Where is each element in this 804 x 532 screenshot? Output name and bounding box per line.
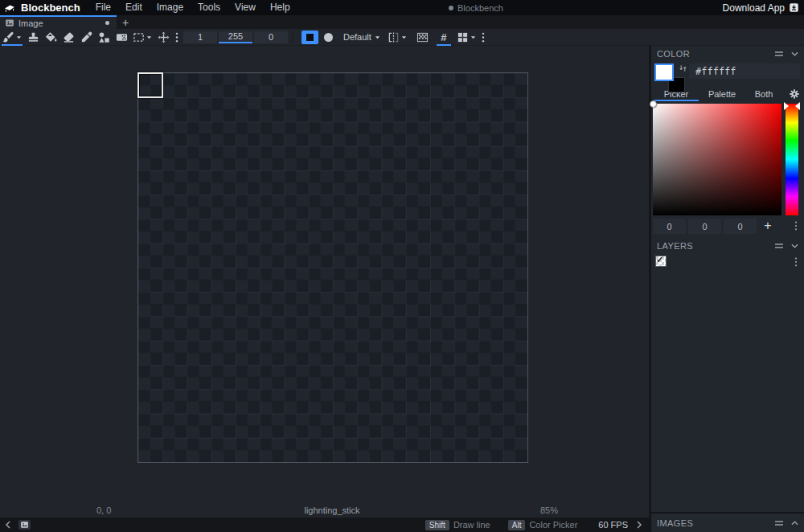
menu-edit[interactable]: Edit [118,0,150,15]
brush-size-input[interactable] [183,31,217,43]
brush-icon [2,31,14,43]
blend-mode-select[interactable]: Default [343,32,380,42]
new-tab-button[interactable]: + [117,15,134,29]
color-picker-handle[interactable] [650,100,657,108]
image-editor-workspace: 0, 0 lighnting_stick 85% [0,46,649,518]
status-expand-button[interactable] [636,521,642,529]
tab-both[interactable]: Both [745,87,783,101]
status-bar: Shift Draw line Alt Color Picker 60 FPS [0,518,649,532]
menu-help[interactable]: Help [263,0,297,15]
chevron-down-icon [401,35,407,40]
status-bar-hints: Shift Draw line Alt Color Picker 60 FPS [425,520,642,530]
kebab-menu-icon [482,32,485,43]
brush-softness-input[interactable] [254,31,288,43]
toolbar-overflow-button[interactable] [172,29,182,45]
window-status-label: Blockbench [457,3,503,13]
brush-tool-button[interactable] [0,29,24,45]
gradient-tool-button[interactable] [113,29,130,45]
menu-tools[interactable]: Tools [191,0,228,15]
chevron-down-icon[interactable] [791,51,798,56]
brush-shape-square-button[interactable] [302,31,318,44]
eraser-icon [63,31,75,43]
panel-drag-icon[interactable] [774,243,784,249]
app-title: Blockbench [21,2,80,14]
layers-panel-header: LAYERS [651,238,804,254]
paint-toolbar: Default # [0,29,804,46]
status-dot-icon [449,6,453,10]
chevron-down-icon[interactable] [791,243,798,248]
images-panel-title: IMAGES [657,518,693,528]
hex-color-input[interactable] [689,63,800,79]
panel-drag-icon[interactable] [774,520,784,526]
stamp-icon [27,31,39,43]
layer-visibility-check-icon: ✓ [656,255,663,265]
marquee-icon [133,31,145,43]
dither-icon [416,31,429,43]
kebab-menu-icon [794,221,798,231]
tab-image[interactable]: Image [0,15,117,29]
panel-drag-icon[interactable] [774,51,784,57]
brush-cursor-outline [137,72,163,98]
color-component-0-input[interactable] [653,219,686,234]
zoom-level: 85% [540,505,558,515]
pixel-grid-toggle[interactable]: # [435,29,453,45]
grid-view-icon [457,31,469,43]
texture-canvas[interactable] [137,72,528,463]
move-layer-tool-button[interactable] [154,29,172,45]
shift-action-label: Draw line [453,520,490,530]
color-options-button[interactable] [794,221,798,231]
mirror-painting-button[interactable] [385,29,409,45]
sidebar-collapse-button[interactable] [5,521,11,529]
shift-key-badge: Shift [425,520,449,530]
unsaved-dot-icon [105,21,109,25]
color-component-1-input[interactable] [688,219,721,234]
pixel-perfect-button[interactable] [414,29,432,45]
chevron-down-icon [470,35,476,40]
chevron-up-icon[interactable] [791,521,798,526]
menu-view[interactable]: View [228,0,263,15]
fill-tool-button[interactable] [42,29,59,45]
alt-key-badge: Alt [508,520,526,530]
move-icon [158,31,170,43]
menu-file[interactable]: File [88,0,118,15]
title-bar: Blockbench File Edit Image Tools View He… [0,0,804,15]
texture-name: lighnting_stick [137,505,527,515]
color-settings-button[interactable] [786,87,802,101]
gear-icon [789,88,800,100]
color-panel-title: COLOR [657,49,690,59]
fps-counter: 60 FPS [598,520,628,530]
color-component-2-input[interactable] [724,219,757,234]
tab-palette[interactable]: Palette [699,87,745,101]
selection-tool-button[interactable] [130,29,154,45]
saturation-value-picker[interactable] [653,104,781,215]
layer-options-button[interactable] [794,257,798,267]
images-panel-header: IMAGES [651,512,804,532]
eraser-tool-button[interactable] [59,29,77,45]
draw-shape-tool-button[interactable] [95,29,113,45]
tab-bar: Image + [0,15,804,29]
toolbar-customize-button[interactable] [478,29,488,45]
brush-opacity-input[interactable] [219,31,252,43]
foreground-color-swatch[interactable] [654,63,674,81]
hue-slider[interactable] [786,104,798,215]
kebab-menu-icon [175,32,178,43]
tab-label: Image [18,18,43,28]
window-status: Blockbench [449,0,503,15]
chevron-down-icon [16,35,22,40]
hue-marker-left-icon [784,102,789,110]
brush-shape-circle-button[interactable] [320,31,337,44]
image-mode-indicator-button[interactable] [18,520,31,530]
layer-row[interactable]: ✓ [651,255,804,269]
color-picker-tool-button[interactable] [77,29,95,45]
grid-icon: # [441,31,446,43]
swap-colors-icon[interactable] [679,63,687,73]
download-app-button[interactable]: Download App [723,0,799,15]
hue-marker-right-icon [795,102,800,110]
menu-image[interactable]: Image [150,0,191,15]
add-to-palette-button[interactable]: + [759,218,777,234]
copy-brush-tool-button[interactable] [24,29,42,45]
blockbench-logo-icon [3,2,16,14]
right-sidebar: COLOR Picker Palette Both [651,46,804,532]
uv-window-button[interactable] [454,29,478,45]
mirror-icon [388,31,400,43]
